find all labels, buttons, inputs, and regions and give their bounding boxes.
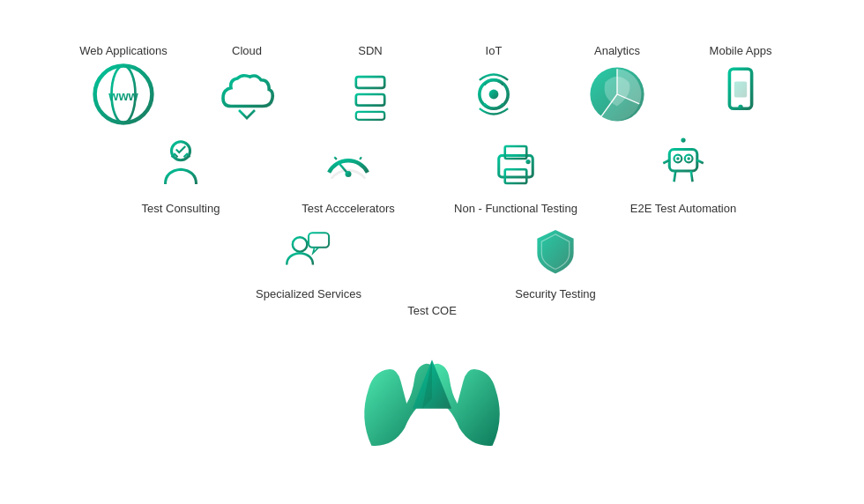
- iot-icon: [462, 63, 525, 126]
- specialized-services-icon: [277, 219, 340, 282]
- svg-rect-8: [356, 94, 384, 106]
- main-container: Web Applications www Cloud: [9, 35, 855, 470]
- web-applications-label: Web Applications: [79, 44, 168, 57]
- technology-row: Web Applications www Cloud: [26, 44, 838, 126]
- analytics-label: Analytics: [594, 44, 640, 57]
- test-accelerators-item: Test Acccelerators: [264, 133, 432, 215]
- svg-point-14: [489, 89, 499, 99]
- svg-text:www: www: [108, 89, 138, 103]
- cloud-icon: [215, 63, 279, 126]
- e2e-automation-item: E2E Test Automation: [600, 133, 767, 215]
- web-applications-icon: www: [92, 63, 155, 126]
- mobile-apps-label: Mobile Apps: [710, 44, 772, 57]
- test-consulting-item: Test Consulting: [97, 133, 264, 215]
- svg-line-29: [360, 157, 361, 159]
- svg-line-45: [674, 171, 676, 182]
- svg-rect-50: [309, 233, 329, 248]
- mobile-apps-icon: [709, 63, 772, 126]
- svg-point-42: [687, 157, 690, 160]
- svg-point-44: [681, 137, 685, 142]
- specialized-services-item: Specialized Services: [185, 219, 432, 300]
- test-consulting-icon: [149, 133, 212, 196]
- svg-line-28: [334, 157, 337, 159]
- analytics-item: Analytics: [555, 44, 679, 126]
- test-coe-icon: [344, 321, 520, 461]
- svg-point-49: [293, 237, 308, 252]
- svg-point-41: [676, 157, 680, 160]
- e2e-automation-icon: [652, 133, 715, 196]
- svg-rect-9: [356, 111, 384, 119]
- svg-point-37: [525, 159, 530, 163]
- svg-rect-23: [734, 81, 747, 97]
- e2e-automation-label: E2E Test Automation: [630, 202, 736, 215]
- cloud-item: Cloud: [185, 44, 309, 126]
- security-testing-item: Security Testing: [432, 219, 679, 300]
- analytics-icon: [585, 63, 649, 126]
- security-testing-label: Security Testing: [515, 287, 596, 300]
- svg-point-22: [738, 104, 742, 108]
- non-functional-testing-label: Non - Functional Testing: [454, 202, 577, 215]
- test-coe-label: Test COE: [407, 304, 457, 317]
- iot-item: IoT: [432, 44, 555, 126]
- testing-row: Test Consulting: [26, 133, 838, 215]
- mobile-apps-item: Mobile Apps: [679, 44, 802, 126]
- svg-line-46: [691, 171, 693, 182]
- test-accelerators-icon: [317, 133, 380, 196]
- non-functional-testing-item: Non - Functional Testing: [432, 133, 600, 215]
- test-accelerators-label: Test Acccelerators: [302, 202, 395, 215]
- test-consulting-label: Test Consulting: [142, 202, 220, 215]
- specialized-services-label: Specialized Services: [256, 287, 361, 300]
- sdn-icon: [339, 63, 402, 126]
- cloud-label: Cloud: [232, 44, 262, 57]
- security-testing-icon: [524, 219, 587, 282]
- svg-point-31: [346, 171, 352, 177]
- test-coe-section: Test COE: [26, 304, 838, 461]
- sdn-item: SDN: [309, 44, 432, 126]
- iot-label: IoT: [486, 44, 503, 57]
- services-row: Specialized Services Security Testing: [26, 219, 838, 300]
- sdn-label: SDN: [358, 44, 382, 57]
- web-applications-item: Web Applications www: [62, 44, 185, 126]
- svg-rect-7: [356, 77, 384, 88]
- non-functional-testing-icon: [484, 133, 547, 196]
